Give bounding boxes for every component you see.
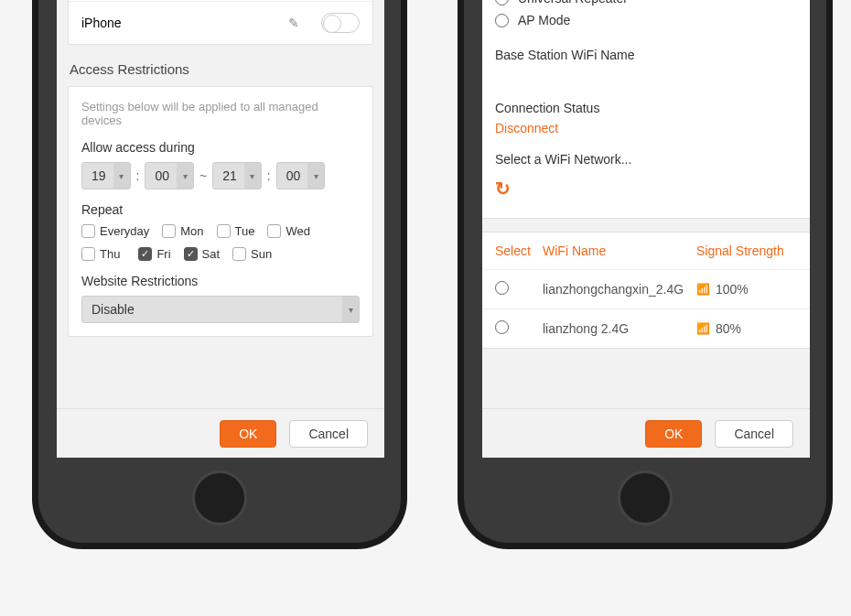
wifi-signal-value: 100% xyxy=(716,282,749,297)
time-to-min[interactable]: 00 ▾ xyxy=(276,162,326,189)
home-button[interactable] xyxy=(192,470,247,525)
right-top-panel: Disable WISP Universal Repeater AP Mode xyxy=(482,0,810,219)
footer-bar: OK Cancel xyxy=(57,408,384,458)
select-wifi-label: Select a WiFi Network... xyxy=(495,152,797,167)
screen-left: Device Name Manage iPhone ✎ Access Restr… xyxy=(57,0,384,458)
wifi-signal-icon: 📶 xyxy=(696,322,710,335)
radio-universal-repeater[interactable] xyxy=(495,0,509,5)
website-restrictions-label: Website Restrictions xyxy=(81,274,360,288)
wifi-signal-value: 80% xyxy=(716,321,741,336)
col-wifi-name: WiFi Name xyxy=(543,243,696,258)
radio-ap-mode[interactable] xyxy=(495,14,509,27)
wifi-name-value: lianzhongchangxin_2.4G xyxy=(543,282,696,297)
day-mon[interactable]: Mon xyxy=(162,224,203,238)
screen-right: Disable WISP Universal Repeater AP Mode xyxy=(482,0,810,458)
day-thu[interactable]: Thu xyxy=(81,247,120,261)
checkbox-icon xyxy=(162,224,176,238)
col-select: Select xyxy=(495,243,543,258)
allow-access-label: Allow access during xyxy=(81,140,360,155)
manage-toggle[interactable] xyxy=(321,13,360,33)
ok-button[interactable]: OK xyxy=(220,420,276,448)
restrictions-panel: Settings below will be applied to all ma… xyxy=(68,86,373,337)
day-sun[interactable]: Sun xyxy=(232,247,272,261)
checkbox-icon xyxy=(217,224,231,238)
day-tue[interactable]: Tue xyxy=(217,224,255,238)
chevron-down-icon: ▾ xyxy=(244,163,261,189)
checkbox-icon: ✓ xyxy=(138,247,152,261)
footer-bar: OK Cancel xyxy=(482,408,810,458)
wifi-row[interactable]: lianzhong 2.4G 📶 80% xyxy=(482,309,810,348)
refresh-icon[interactable]: ↻ xyxy=(495,174,511,212)
day-fri[interactable]: ✓ Fri xyxy=(133,247,170,261)
chevron-down-icon: ▾ xyxy=(177,163,193,189)
time-from-hour[interactable]: 19 ▾ xyxy=(81,162,131,189)
mode-radio-group: Disable WISP Universal Repeater AP Mode xyxy=(482,0,810,42)
repeat-label: Repeat xyxy=(81,202,360,217)
edit-icon[interactable]: ✎ xyxy=(288,16,299,30)
day-wed[interactable]: Wed xyxy=(267,224,310,238)
days-grid: Everyday Mon Tue Wed Thu xyxy=(81,224,360,261)
chevron-down-icon: ▾ xyxy=(113,163,130,189)
wifi-name-value: lianzhong 2.4G xyxy=(543,321,696,336)
wifi-table: Select WiFi Name Signal Strength lianzho… xyxy=(482,232,810,349)
wifi-select-radio[interactable] xyxy=(495,320,509,334)
phone-right: Disable WISP Universal Repeater AP Mode xyxy=(458,0,833,549)
mode-row-2: Universal Repeater xyxy=(495,0,797,9)
time-range-row: 19 ▾ : 00 ▾ ~ 21 ▾ : 00 ▾ xyxy=(81,162,360,189)
connection-status-value: Disconnect xyxy=(495,121,797,135)
wifi-signal-icon: 📶 xyxy=(696,283,710,296)
checkbox-icon xyxy=(267,224,281,238)
tilde-sep: ~ xyxy=(199,168,207,183)
device-name-value: iPhone xyxy=(81,16,288,30)
website-restrictions-select[interactable]: Disable ▾ xyxy=(81,296,360,323)
checkbox-icon xyxy=(232,247,246,261)
wifi-table-header: Select WiFi Name Signal Strength xyxy=(482,232,810,270)
cancel-button[interactable]: Cancel xyxy=(715,420,793,448)
time-to-hour[interactable]: 21 ▾ xyxy=(212,162,262,189)
wifi-select-radio[interactable] xyxy=(495,281,509,295)
mode-row-3: AP Mode xyxy=(495,9,797,31)
col-signal: Signal Strength xyxy=(696,243,797,258)
checkbox-icon xyxy=(81,224,95,238)
cancel-button[interactable]: Cancel xyxy=(289,420,368,448)
time-from-min[interactable]: 00 ▾ xyxy=(145,162,194,189)
mode-ap-label: AP Mode xyxy=(518,13,570,27)
device-row: iPhone ✎ xyxy=(69,2,372,44)
wifi-row[interactable]: lianzhongchangxin_2.4G 📶 100% xyxy=(482,270,810,309)
base-station-block: Base Station WiFi Name Connection Status… xyxy=(482,48,810,212)
phone-left: Device Name Manage iPhone ✎ Access Restr… xyxy=(32,0,407,549)
colon-sep: : xyxy=(136,168,140,183)
colon-sep: : xyxy=(267,168,271,183)
chevron-down-icon: ▾ xyxy=(307,163,324,189)
ok-button[interactable]: OK xyxy=(645,420,702,448)
checkbox-icon: ✓ xyxy=(184,247,198,261)
day-everyday[interactable]: Everyday xyxy=(81,224,149,238)
section-title-restrictions: Access Restrictions xyxy=(57,58,384,86)
base-station-label: Base Station WiFi Name xyxy=(495,48,797,62)
checkbox-icon xyxy=(81,247,95,261)
chevron-down-icon: ▾ xyxy=(342,297,359,322)
day-sat[interactable]: ✓ Sat xyxy=(184,247,221,261)
mode-universal-label: Universal Repeater xyxy=(518,0,628,5)
device-table: Device Name Manage iPhone ✎ xyxy=(68,0,373,45)
home-button[interactable] xyxy=(618,470,673,525)
restrictions-note: Settings below will be applied to all ma… xyxy=(81,100,360,127)
connection-status-label: Connection Status xyxy=(495,101,797,115)
